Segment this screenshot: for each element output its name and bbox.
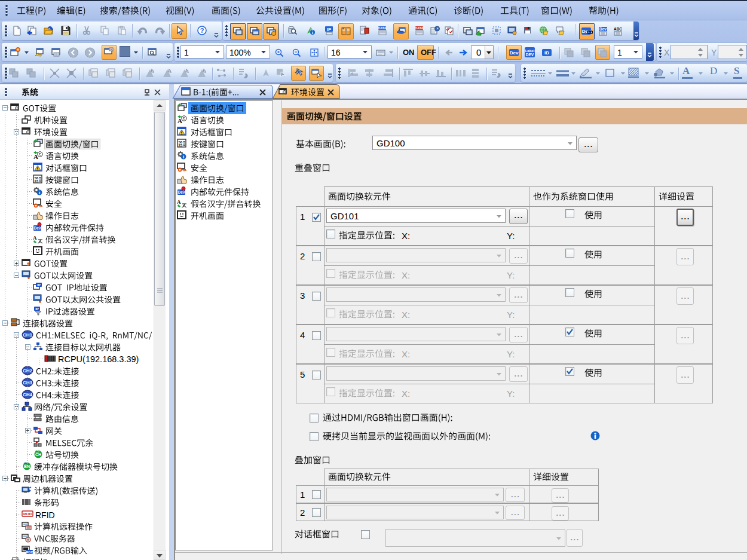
svg-text:BN: BN (24, 464, 30, 469)
svg-text:ID: ID (544, 50, 549, 56)
svg-text:Label: Label (525, 49, 535, 53)
svg-text:CH1: CH1 (23, 332, 33, 338)
svg-text:Dev: Dev (510, 50, 519, 56)
svg-text:IP: IP (327, 27, 332, 32)
svg-text:Dev: Dev (178, 190, 185, 194)
svg-text:CH: CH (35, 452, 41, 457)
svg-text:A: A (33, 235, 37, 241)
svg-text:?: ? (200, 27, 204, 34)
svg-text:DATA: DATA (415, 26, 423, 30)
svg-text:Dev: Dev (599, 27, 607, 31)
svg-text:23: 23 (179, 143, 183, 147)
svg-text:IP: IP (35, 307, 39, 311)
svg-text:DEV: DEV (526, 53, 534, 57)
svg-text:RFID: RFID (23, 512, 32, 516)
svg-text:ABC: ABC (614, 27, 622, 31)
svg-text:Dev: Dev (34, 226, 41, 230)
svg-text:A: A (177, 199, 181, 205)
svg-text:23: 23 (35, 179, 39, 183)
svg-text:DATA: DATA (378, 26, 386, 30)
svg-text:i: i (312, 30, 313, 35)
svg-text:RGB: RGB (26, 550, 33, 554)
svg-text:IP: IP (37, 283, 41, 287)
